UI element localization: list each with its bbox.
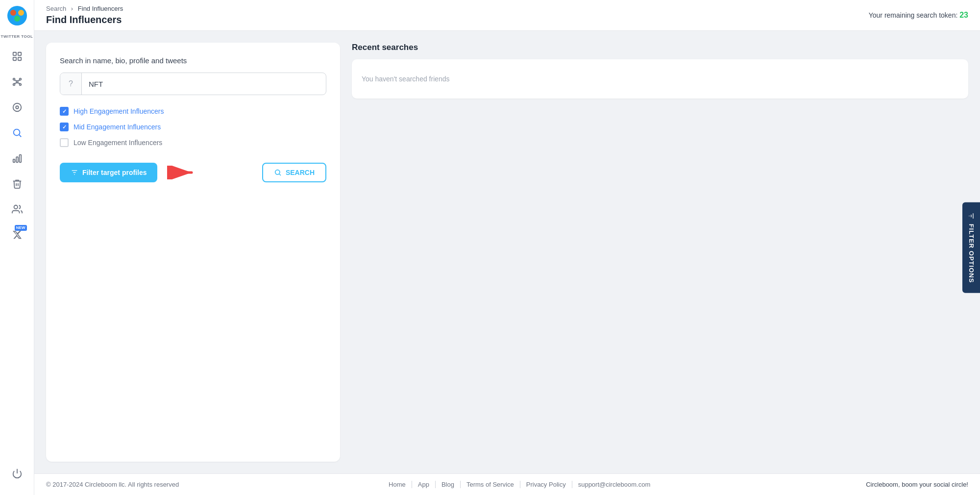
recent-searches-empty: You haven't searched friends bbox=[352, 59, 968, 99]
filter-icon bbox=[71, 169, 78, 176]
header: Search › Find Influencers Find Influence… bbox=[34, 0, 980, 31]
filter-mid-engagement[interactable]: Mid Engagement Influencers bbox=[60, 123, 326, 131]
filter-target-profiles-button[interactable]: Filter target profiles bbox=[60, 163, 157, 182]
token-info: Your remaining search token: 23 bbox=[869, 11, 968, 20]
filter-btn-label: Filter target profiles bbox=[82, 169, 147, 176]
checkbox-low-engagement[interactable] bbox=[60, 138, 69, 147]
breadcrumb-separator: › bbox=[71, 5, 73, 12]
recent-searches-empty-message: You haven't searched friends bbox=[362, 75, 450, 83]
footer-link-home[interactable]: Home bbox=[389, 481, 412, 488]
token-count: 23 bbox=[959, 11, 968, 19]
filter-high-engagement-label: High Engagement Influencers bbox=[74, 107, 164, 115]
svg-point-1 bbox=[10, 10, 16, 16]
svg-line-15 bbox=[14, 83, 17, 84]
search-panel: Search in name, bio, profile and tweets … bbox=[46, 43, 340, 462]
footer-link-app[interactable]: App bbox=[412, 481, 436, 488]
svg-point-31 bbox=[275, 170, 280, 174]
svg-line-14 bbox=[17, 80, 20, 81]
filter-options-label: FILTER OPTIONS bbox=[968, 224, 975, 283]
svg-line-13 bbox=[14, 80, 17, 81]
sidebar-item-delete[interactable] bbox=[5, 172, 29, 196]
search-section-label: Search in name, bio, profile and tweets bbox=[60, 56, 326, 65]
svg-line-16 bbox=[17, 83, 20, 84]
sidebar-item-users[interactable] bbox=[5, 198, 29, 221]
content: Search in name, bio, profile and tweets … bbox=[34, 31, 980, 473]
arrow-indicator bbox=[167, 166, 196, 179]
breadcrumb-root[interactable]: Search bbox=[46, 5, 66, 12]
svg-rect-7 bbox=[18, 57, 21, 60]
search-button[interactable]: SEARCH bbox=[262, 163, 326, 182]
recent-searches-title: Recent searches bbox=[352, 43, 968, 52]
svg-point-17 bbox=[13, 103, 21, 112]
sidebar-item-network[interactable] bbox=[5, 70, 29, 94]
footer-link-terms[interactable]: Terms of Service bbox=[461, 481, 520, 488]
recent-searches-panel: Recent searches You haven't searched fri… bbox=[352, 43, 968, 462]
sidebar-item-search[interactable] bbox=[5, 121, 29, 145]
filter-mid-engagement-label: Mid Engagement Influencers bbox=[74, 123, 161, 131]
footer-tagline: Circleboom, boom your social circle! bbox=[866, 481, 968, 488]
svg-point-24 bbox=[14, 205, 17, 209]
breadcrumb-current: Find Influencers bbox=[78, 5, 123, 12]
new-badge: NEW bbox=[15, 225, 27, 231]
svg-rect-21 bbox=[13, 159, 15, 162]
svg-rect-4 bbox=[13, 52, 16, 55]
actions-row: Filter target profiles bbox=[60, 163, 326, 182]
app-logo[interactable] bbox=[6, 5, 28, 26]
footer: © 2017-2024 Circleboom llc. All rights r… bbox=[34, 473, 980, 495]
header-left: Search › Find Influencers Find Influence… bbox=[46, 5, 123, 25]
svg-point-3 bbox=[14, 16, 20, 22]
sidebar-item-circle[interactable] bbox=[5, 96, 29, 119]
svg-rect-23 bbox=[19, 155, 21, 163]
footer-link-blog[interactable]: Blog bbox=[436, 481, 461, 488]
filter-low-engagement[interactable]: Low Engagement Influencers bbox=[60, 138, 326, 147]
footer-link-privacy[interactable]: Privacy Policy bbox=[520, 481, 572, 488]
sidebar-bottom bbox=[5, 462, 29, 490]
svg-point-18 bbox=[16, 106, 19, 109]
filter-high-engagement[interactable]: High Engagement Influencers bbox=[60, 107, 326, 116]
filter-options-panel[interactable]: FILTER OPTIONS bbox=[962, 202, 980, 293]
app-name-label: TWITTER TOOL bbox=[1, 34, 33, 39]
svg-rect-5 bbox=[18, 52, 21, 55]
svg-line-20 bbox=[19, 135, 21, 137]
sidebar-item-analytics[interactable] bbox=[5, 147, 29, 170]
sidebar-item-dashboard[interactable] bbox=[5, 45, 29, 68]
search-input-wrapper: ? bbox=[60, 73, 326, 95]
svg-line-32 bbox=[279, 174, 281, 175]
filters-section: High Engagement Influencers Mid Engageme… bbox=[60, 107, 326, 147]
question-icon: ? bbox=[60, 73, 82, 95]
sidebar-item-power[interactable] bbox=[5, 462, 29, 485]
sidebar-item-x[interactable]: NEW bbox=[5, 223, 29, 247]
svg-point-2 bbox=[18, 10, 24, 16]
footer-link-support[interactable]: support@circleboom.com bbox=[572, 481, 657, 488]
checkbox-high-engagement[interactable] bbox=[60, 107, 69, 116]
checkbox-mid-engagement[interactable] bbox=[60, 123, 69, 131]
svg-rect-6 bbox=[13, 57, 16, 60]
sidebar-nav: NEW bbox=[5, 45, 29, 462]
page-title: Find Influencers bbox=[46, 14, 123, 25]
footer-copyright: © 2017-2024 Circleboom llc. All rights r… bbox=[46, 481, 179, 488]
sidebar: TWITTER TOOL bbox=[0, 0, 34, 495]
footer-links: Home App Blog Terms of Service Privacy P… bbox=[389, 481, 656, 488]
main-wrapper: Search › Find Influencers Find Influence… bbox=[34, 0, 980, 495]
search-btn-label: SEARCH bbox=[286, 169, 315, 176]
search-input[interactable] bbox=[82, 75, 326, 93]
svg-rect-22 bbox=[16, 157, 18, 162]
token-label: Your remaining search token: bbox=[869, 11, 958, 19]
breadcrumb: Search › Find Influencers bbox=[46, 5, 123, 12]
svg-point-19 bbox=[13, 129, 20, 136]
filter-options-icon bbox=[967, 212, 975, 220]
filter-low-engagement-label: Low Engagement Influencers bbox=[74, 139, 162, 147]
search-icon bbox=[274, 169, 282, 176]
